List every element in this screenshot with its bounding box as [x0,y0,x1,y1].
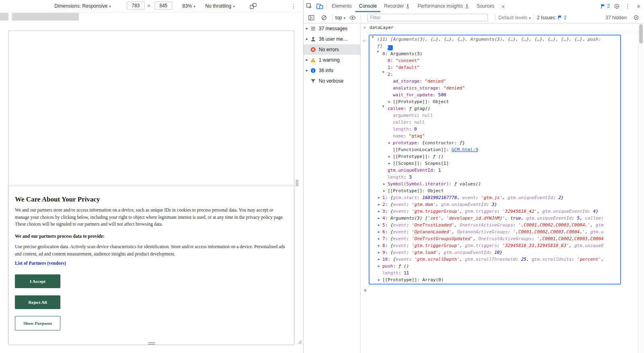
tabbar-right-controls: 2 ⋮ × [599,0,644,12]
console-tree-row[interactable]: ▶Symbol(Symbol.iterator): ƒ values() [370,181,619,187]
tab-console[interactable]: Console [355,0,380,12]
console-sidebar: ▶37 messages▶36 user me…No errors▶1 warn… [303,23,361,353]
disclosure-triangle[interactable]: ▶ [378,276,382,283]
viewport-height-input[interactable] [155,2,172,10]
console-tree-row[interactable]: ▶[[Prototype]]: Object [370,98,619,105]
console-tree-row[interactable]: ▶4: Arguments(3) ['set', 'developer_id.d… [370,215,619,222]
console-tree-row[interactable]: ▶[[Prototype]]: ƒ () [370,153,619,160]
disclosure-triangle[interactable]: ▶ [378,201,382,208]
info-icon[interactable]: i [388,45,393,50]
reject-all-button[interactable]: Reject All [15,295,60,309]
disclosure-triangle[interactable]: ▶ [306,58,310,62]
console-tree-row[interactable]: ▶2: {event: 'gtm.dom', gtm.uniqueEventId… [370,201,619,208]
disclosure-triangle[interactable]: ▶ [388,98,393,105]
console-result: <· ▶(11) [Arguments(3), {…}, {…}, {…}, A… [361,35,644,284]
zoom-select[interactable]: 83%▾ [182,0,196,12]
disclosure-triangle[interactable]: ▶ [388,139,393,146]
viewport-width-input[interactable] [127,2,144,10]
console-sidebar-item-verbose[interactable]: No verbose [303,76,360,86]
disclosure-triangle[interactable]: ▶ [378,194,382,201]
accept-button[interactable]: I Accept [15,274,60,288]
disclosure-triangle[interactable]: ▶ [370,36,376,41]
execution-context-select[interactable]: top▾ [335,15,345,21]
disclosure-triangle[interactable]: ▶ [378,235,382,242]
console-prompt[interactable]: > [361,288,644,293]
console-tree-row[interactable]: ▶[[Prototype]]: Object [370,187,619,194]
viewport-resize-handle-corner[interactable] [298,340,302,344]
rotate-viewport-icon[interactable] [250,3,257,9]
disclosure-triangle[interactable]: ▶ [306,37,310,41]
console-sidebar-item-messages[interactable]: ▶37 messages [303,23,360,34]
disclosure-triangle[interactable]: ▶ [378,263,382,270]
disclosure-triangle[interactable]: ▶ [378,222,382,228]
console-tree-row[interactable]: ▶(11) [Arguments(3), {…}, {…}, {…}, Argu… [370,36,619,50]
disclosure-triangle[interactable]: ▶ [378,249,382,256]
console-sidebar-item-info[interactable]: ▶36 info [303,65,360,76]
console-tree-row[interactable]: ▶10: {event: 'gtm.scrollDepth', gtm.scro… [370,256,619,263]
log-levels-select[interactable]: Default levels▾ [498,15,531,21]
console-sidebar-item-warnings[interactable]: ▶1 warning [303,55,360,65]
console-tree-row[interactable]: ▶3: {event: 'gtm.triggerGroup', gtm.trig… [370,208,619,215]
tab-recorder[interactable]: Recorder [380,0,414,12]
console-tree-row[interactable]: ▶push: ƒ () [370,263,619,270]
disclosure-triangle[interactable]: ▶ [383,187,388,194]
more-tabs-icon[interactable]: » [498,0,508,12]
disclosure-triangle[interactable]: ▶ [380,71,387,76]
viewport-resize-handle-bottom[interactable] [148,342,155,345]
viewport-resize-handle-right[interactable] [296,180,298,186]
console-tree-row[interactable]: ▶[[Scopes]]: Scopes[1] [370,160,619,167]
console-tree-row[interactable]: ▶5: {event: 'OneTrustLoaded', OnetrustAc… [370,222,619,228]
source-location-link[interactable]: GCM.html:9 [452,147,478,152]
devtools-menu-icon[interactable]: ⋮ [622,0,633,12]
disclosure-triangle[interactable]: ▶ [306,27,310,30]
console-tree-row[interactable]: ▶6: {event: 'OptanonLoaded', OptanonActi… [370,228,619,235]
console-sidebar-item-user-messages[interactable]: ▶36 user me… [303,34,360,44]
console-tree-row[interactable]: ▶callee: ƒ gtag() [370,105,619,112]
console-tree-row[interactable]: ▶[[Prototype]]: Array(0) [370,276,619,283]
disclosure-triangle[interactable]: ▶ [375,51,382,55]
console-command-row: > dataLayer [361,23,644,32]
throttling-select[interactable]: No throttling▾ [205,0,235,12]
disclosure-triangle[interactable]: ▶ [388,160,393,167]
console-sidebar-toggle-icon[interactable] [306,15,317,21]
dimensions-select[interactable]: Dimensions: Responsive▾ [54,0,111,12]
partners-link[interactable]: List of Partners (vendors) [15,261,66,266]
settings-gear-icon[interactable] [611,0,622,12]
console-tree-row[interactable]: ▶8: {event: 'gtm.triggerGroup', gtm.trig… [370,242,619,249]
devtools-tabbar: Elements Console Recorder Performance in… [303,0,644,12]
clear-console-icon[interactable] [318,15,329,21]
scrollbar-thumb[interactable] [639,24,643,44]
live-expression-eye-icon[interactable] [347,15,358,20]
show-purposes-button[interactable]: Show Purposes [15,316,60,330]
disclosure-triangle[interactable]: ▶ [378,215,382,222]
inspect-element-icon[interactable] [303,0,314,12]
toolbar-separator [495,15,495,21]
device-toolbar-toggle-icon[interactable] [314,0,325,12]
console-tree-row[interactable]: ▶9: {event: 'gtm.load', gtm.uniqueEventI… [370,249,619,256]
console-scrollbar[interactable] [638,23,644,353]
close-devtools-icon[interactable]: × [633,0,644,12]
disclosure-triangle[interactable]: ▶ [380,106,387,110]
disclosure-triangle[interactable]: ▶ [306,69,310,72]
tab-performance-insights[interactable]: Performance insights [414,0,473,12]
context-value: top [335,15,342,21]
console-filter-input[interactable] [367,14,488,21]
issues-counter-flag[interactable]: 2 [599,0,611,12]
console-tree-row[interactable]: ▶1: {gtm.start: 1681902167778, event: 'g… [370,194,619,201]
disclosure-triangle[interactable]: ▶ [378,228,382,235]
issues-counter[interactable]: 2 Issues: 2 [537,15,567,21]
device-toolbar-menu-icon[interactable]: ⋮ [291,0,296,12]
disclosure-triangle[interactable]: ▶ [378,256,382,263]
console-tree-row[interactable]: ▶2: [370,71,619,78]
tab-elements[interactable]: Elements [328,0,355,12]
console-tree-row[interactable]: ▶0: Arguments(3) [370,50,619,57]
disclosure-triangle[interactable]: ▶ [388,153,393,160]
disclosure-triangle[interactable]: ▶ [378,242,382,249]
console-tree-row[interactable]: ▶prototype: {constructor: ƒ} [370,139,619,146]
disclosure-triangle[interactable]: ▶ [378,208,382,215]
disclosure-triangle[interactable]: ▶ [383,181,388,187]
console-settings-gear-icon[interactable] [631,15,642,21]
console-tree-row[interactable]: ▶7: {event: 'OneTrustGroupsUpdated', One… [370,235,619,242]
tab-sources[interactable]: Sources [473,0,498,12]
console-sidebar-item-errors[interactable]: No errors [303,44,360,55]
